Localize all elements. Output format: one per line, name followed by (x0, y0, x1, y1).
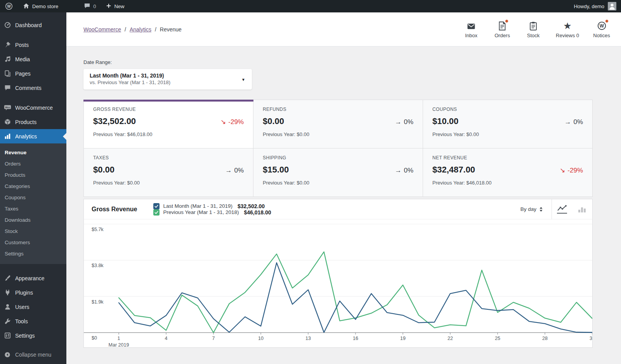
date-range-secondary: vs. Previous Year (Mar 1 - 31, 2018) (90, 79, 246, 85)
summary-card-net-revenue[interactable]: NET REVENUE$32,487.00↘-29%Previous Year:… (423, 148, 592, 197)
tools-icon (3, 318, 11, 324)
bar-chart-toggle-button[interactable] (572, 206, 592, 213)
line-chart-toggle-button[interactable] (552, 205, 572, 214)
submenu-item-coupons[interactable]: Coupons (0, 192, 66, 203)
admin-bar-left: W Demo store 0 New (0, 0, 129, 12)
date-range-primary: Last Month (Mar 1 - 31, 2019) (90, 72, 246, 79)
card-value: $15.00 (263, 165, 289, 175)
activity-button-reviews-0[interactable]: ★Reviews 0 (556, 21, 579, 38)
card-value-row: $32,487.00↘-29% (432, 165, 583, 175)
comment-bubble-icon (84, 3, 90, 10)
breadcrumb-current-page: Revenue (160, 26, 182, 33)
analytics-icon (3, 133, 11, 140)
submenu-item-categories[interactable]: Categories (0, 181, 66, 192)
dashboard-icon (3, 22, 11, 28)
submenu-item-downloads[interactable]: Downloads (0, 214, 66, 226)
star-icon: ★ (563, 21, 572, 31)
activity-panel-buttons: InboxOrdersStock★Reviews 0WNotices (463, 21, 610, 38)
checkbox-checked-icon[interactable] (153, 203, 160, 209)
active-toggle-underline (557, 213, 567, 214)
breadcrumb-woocommerce-link[interactable]: WooCommerce (83, 26, 121, 33)
series-line-last-month[interactable] (119, 263, 592, 333)
legend-amount: $46,018.00 (244, 209, 271, 216)
sidebar-item-analytics[interactable]: Analytics (0, 129, 66, 143)
legend-label: Previous Year (Mar 1 - 31, 2018) (163, 209, 239, 215)
delta-percent: 0% (573, 118, 583, 126)
revenue-line-chart[interactable]: $5.7k$3.8k$1.9k$01471013161922252831Mar … (84, 219, 592, 347)
pages-icon (3, 70, 11, 77)
account-menu[interactable]: Howdy, demo (574, 2, 621, 10)
sidebar-item-settings[interactable]: Settings (0, 328, 66, 343)
card-value: $32,487.00 (432, 165, 475, 175)
submenu-item-taxes[interactable]: Taxes (0, 203, 66, 214)
checkbox-checked-icon[interactable] (153, 209, 160, 216)
date-range-select[interactable]: Last Month (Mar 1 - 31, 2019) vs. Previo… (83, 69, 252, 90)
howdy-text: Howdy, demo (574, 3, 604, 9)
plugins-icon (3, 289, 11, 296)
sidebar-top-gap (0, 12, 66, 18)
submenu-item-products[interactable]: Products (0, 169, 66, 181)
legend-item-previous-year[interactable]: Previous Year (Mar 1 - 31, 2018)$46,018.… (153, 209, 271, 216)
menu-group-gap (0, 32, 66, 38)
submenu-item-orders[interactable]: Orders (0, 158, 66, 169)
interval-select[interactable]: By day (520, 206, 552, 212)
sidebar-item-products[interactable]: Products (0, 115, 66, 129)
svg-text:$0: $0 (92, 335, 97, 341)
svg-text:25: 25 (495, 336, 500, 341)
sidebar-item-tools[interactable]: Tools (0, 314, 66, 328)
summary-card-gross-revenue[interactable]: GROSS REVENUE$32,502.00↘-29%Previous Yea… (84, 100, 253, 148)
submenu-item-revenue[interactable]: Revenue (0, 147, 66, 158)
sidebar-item-dashboard[interactable]: Dashboard (0, 18, 66, 32)
legend-item-last-month[interactable]: Last Month (Mar 1 - 31, 2019)$32,502.00 (153, 203, 271, 209)
sidebar-item-pages[interactable]: Pages (0, 66, 66, 81)
summary-card-shipping[interactable]: SHIPPING$15.00→0%Previous Year: $0.00 (253, 148, 423, 197)
woocommerce-icon: Woo (3, 104, 11, 111)
new-content-button[interactable]: New (101, 0, 129, 12)
card-value-row: $0.00→0% (263, 116, 413, 126)
summary-card-taxes[interactable]: TAXES$0.00→0%Previous Year: $0.00 (84, 148, 253, 197)
line-chart-icon (557, 205, 567, 212)
new-label: New (114, 3, 124, 9)
collapse-label: Collapse menu (15, 352, 51, 358)
media-icon (3, 56, 11, 62)
activity-button-stock[interactable]: Stock (525, 21, 542, 38)
summary-cards: GROSS REVENUE$32,502.00↘-29%Previous Yea… (83, 100, 593, 197)
svg-text:10: 10 (258, 336, 264, 341)
sidebar-item-label: Posts (15, 42, 29, 48)
delta-percent: 0% (234, 167, 244, 174)
activity-button-inbox[interactable]: Inbox (463, 21, 480, 38)
card-previous-period: Previous Year: $46,018.00 (432, 180, 583, 186)
chart-plot-area[interactable]: $5.7k$3.8k$1.9k$01471013161922252831Mar … (84, 219, 592, 347)
svg-text:31: 31 (590, 336, 592, 341)
content-area: WooCommerce / Analytics / Revenue InboxO… (66, 12, 621, 364)
summary-card-refunds[interactable]: REFUNDS$0.00→0%Previous Year: $0.00 (253, 100, 423, 148)
series-line-previous-year[interactable] (119, 252, 592, 333)
sidebar-item-comments[interactable]: Comments (0, 81, 66, 95)
submenu-item-stock[interactable]: Stock (0, 226, 66, 237)
activity-button-notices[interactable]: WNotices (593, 21, 610, 38)
sidebar-item-label: Analytics (15, 133, 37, 140)
activity-label: Notices (593, 33, 610, 38)
sidebar-item-users[interactable]: Users (0, 300, 66, 314)
card-value-row: $10.00→0% (432, 116, 583, 126)
svg-text:$3.8k: $3.8k (92, 263, 104, 268)
comments-pending-button[interactable]: 0 (79, 0, 101, 12)
submenu-item-settings[interactable]: Settings (0, 248, 66, 259)
submenu-item-customers[interactable]: Customers (0, 237, 66, 248)
collapse-menu-button[interactable]: Collapse menu (0, 347, 66, 362)
sidebar-item-woocommerce[interactable]: WooWooCommerce (0, 100, 66, 115)
card-value-row: $0.00→0% (93, 165, 244, 175)
summary-card-coupons[interactable]: COUPONS$10.00→0%Previous Year: $0.00 (423, 100, 592, 148)
sidebar-bottom-menu: AppearancePluginsUsersToolsSettings (0, 271, 66, 343)
comments-icon (3, 85, 11, 91)
wordpress-logo-icon[interactable]: W (0, 0, 18, 12)
card-value: $0.00 (263, 116, 284, 126)
site-name-link[interactable]: Demo store (18, 0, 63, 12)
breadcrumb-analytics-link[interactable]: Analytics (130, 26, 151, 33)
activity-button-orders[interactable]: Orders (494, 21, 511, 38)
sidebar-item-appearance[interactable]: Appearance (0, 271, 66, 285)
stock-icon (529, 21, 538, 31)
sidebar-item-posts[interactable]: Posts (0, 38, 66, 52)
sidebar-item-plugins[interactable]: Plugins (0, 285, 66, 300)
sidebar-item-media[interactable]: Media (0, 52, 66, 66)
